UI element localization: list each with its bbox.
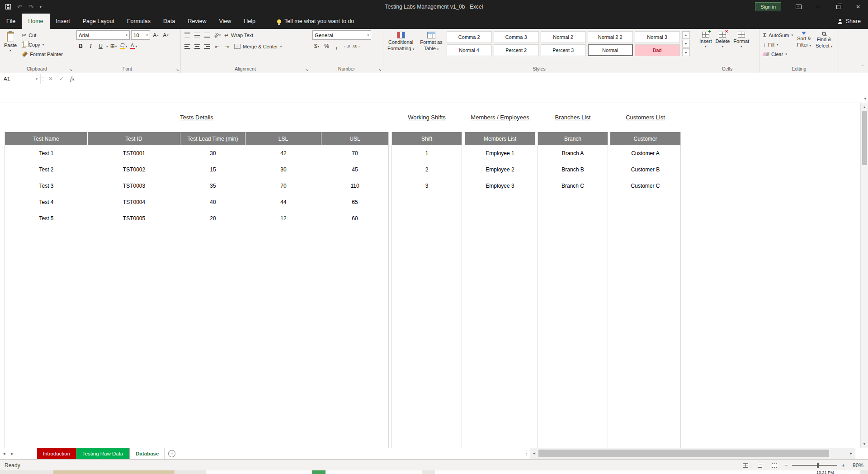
new-sheet-button[interactable]: +	[165, 448, 179, 459]
enter-button[interactable]: ✓	[56, 74, 67, 84]
accounting-format-button[interactable]: $▾	[312, 42, 321, 51]
sheet-tab-database[interactable]: Database	[129, 448, 165, 459]
cell[interactable]: Employee 3	[465, 178, 535, 194]
style-cell[interactable]: Percent 3	[541, 44, 586, 56]
scroll-down-icon[interactable]: ▼	[861, 440, 868, 448]
format-cells-button[interactable]: Format ▾	[731, 30, 751, 48]
cell[interactable]: Test 2	[5, 161, 88, 178]
clear-button[interactable]: Clear▾	[762, 49, 794, 59]
align-left-button[interactable]	[183, 42, 192, 51]
working-shifts-title[interactable]: Working Shifts	[392, 114, 462, 121]
style-cell-bad[interactable]: Bad	[635, 44, 680, 56]
column-header-cell[interactable]: USL	[321, 132, 388, 145]
sort-filter-button[interactable]: Sort & Filter ▾	[795, 30, 813, 59]
decrease-decimal-button[interactable]: .00→	[352, 42, 361, 51]
increase-decimal-button[interactable]: ←.0	[342, 42, 351, 51]
column-header-cell[interactable]: Test Name	[5, 132, 88, 145]
bottom-align-button[interactable]	[203, 31, 212, 40]
normal-view-button[interactable]	[740, 461, 751, 469]
style-cell[interactable]: Percent 2	[494, 44, 539, 56]
tab-data[interactable]: Data	[157, 14, 181, 29]
cell[interactable]: 15	[180, 161, 245, 178]
zoom-slider-thumb[interactable]	[817, 463, 819, 468]
insert-function-button[interactable]: fx	[67, 74, 78, 84]
tests-details-title[interactable]: Tests Details	[5, 114, 389, 121]
cell[interactable]: Employee 1	[465, 145, 535, 161]
merge-center-button[interactable]: ↔ Merge & Center ▾	[233, 42, 283, 51]
cell[interactable]: 30	[180, 145, 245, 161]
cell[interactable]: TST0003	[88, 178, 180, 194]
column-header-cell[interactable]: Members List	[465, 132, 535, 145]
cell[interactable]: Branch B	[538, 161, 608, 178]
tab-home[interactable]: Home	[22, 14, 49, 29]
tab-page-layout[interactable]: Page Layout	[76, 14, 121, 29]
cell[interactable]: Branch A	[538, 145, 608, 161]
horizontal-scrollbar-thumb[interactable]	[538, 450, 829, 457]
cell[interactable]: Test 3	[5, 178, 88, 194]
font-size-combo[interactable]: 10▾	[131, 30, 150, 40]
save-icon[interactable]	[5, 4, 11, 9]
undo-icon[interactable]: ↶	[17, 4, 22, 10]
style-cell[interactable]: Normal 2	[541, 31, 586, 43]
cell[interactable]: 70	[321, 145, 388, 161]
vertical-scrollbar-thumb[interactable]	[862, 111, 867, 165]
sheet-tab-testing-raw-data[interactable]: Testing Raw Data	[76, 448, 129, 459]
paste-button[interactable]: Paste ▾	[2, 30, 19, 59]
style-cell[interactable]: Normal 3	[635, 31, 680, 43]
scroll-up-icon[interactable]: ▲	[861, 103, 868, 111]
align-right-button[interactable]	[203, 42, 212, 51]
alignment-dialog-launcher-icon[interactable]: ↘	[305, 68, 308, 72]
autosum-button[interactable]: Σ AutoSum▾	[762, 30, 794, 40]
clipboard-dialog-launcher-icon[interactable]: ↘	[69, 68, 72, 72]
format-as-table-button[interactable]: Format as Table ▾	[418, 30, 444, 51]
delete-cells-button[interactable]: × Delete ▾	[714, 30, 732, 48]
increase-indent-button[interactable]: ⇥	[223, 42, 231, 51]
cell[interactable]: Branch C	[538, 178, 608, 194]
tab-formulas[interactable]: Formulas	[121, 14, 157, 29]
cell[interactable]: Employee 2	[465, 161, 535, 178]
cell[interactable]: Test 4	[5, 194, 88, 210]
zoom-level[interactable]: 90%	[849, 462, 863, 469]
insert-cells-button[interactable]: + Insert ▾	[698, 30, 714, 48]
underline-dropdown-icon[interactable]: ▾	[106, 45, 108, 48]
members-employees-title[interactable]: Members / Employees	[465, 114, 535, 121]
cell[interactable]: 60	[321, 210, 388, 227]
name-box[interactable]: A1 ▾	[1, 74, 41, 84]
align-center-button[interactable]	[193, 42, 202, 51]
middle-align-button[interactable]	[193, 31, 202, 40]
top-align-button[interactable]	[183, 31, 192, 40]
cell[interactable]: Test 1	[5, 145, 88, 161]
customers-list-title[interactable]: Customers List	[610, 114, 681, 121]
font-dialog-launcher-icon[interactable]: ↘	[175, 68, 179, 72]
fill-button[interactable]: ↓ Fill▾	[762, 40, 794, 49]
cell[interactable]: Customer A	[610, 145, 680, 161]
sign-in-button[interactable]: Sign in	[755, 2, 781, 11]
cell[interactable]: 70	[245, 178, 321, 194]
increase-font-size-button[interactable]: A▴	[151, 31, 160, 40]
zoom-out-button[interactable]: −	[783, 462, 789, 469]
sheet-nav-left-icon[interactable]: ◄	[0, 448, 8, 459]
branches-list-title[interactable]: Branches List	[538, 114, 608, 121]
style-cell-normal-selected[interactable]: Normal	[588, 44, 633, 56]
column-header-cell[interactable]: Shift	[392, 132, 462, 145]
tab-review[interactable]: Review	[181, 14, 212, 29]
restore-button[interactable]	[828, 0, 848, 14]
copy-button[interactable]: Copy ▾	[20, 40, 64, 49]
gallery-more-icon[interactable]: ▼	[682, 48, 690, 56]
cell[interactable]: TST0005	[88, 210, 180, 227]
zoom-in-button[interactable]: +	[840, 462, 846, 469]
cell[interactable]: Test 5	[5, 210, 88, 227]
cell[interactable]: TST0002	[88, 161, 180, 178]
style-cell[interactable]: Comma 2	[447, 31, 492, 43]
font-name-combo[interactable]: Arial▾	[76, 30, 130, 40]
number-dialog-launcher-icon[interactable]: ↘	[378, 68, 382, 72]
style-cell[interactable]: Normal 2 2	[588, 31, 633, 43]
scroll-left-icon[interactable]: ◄	[530, 448, 538, 459]
cell[interactable]: 42	[245, 145, 321, 161]
comma-style-button[interactable]: ,	[332, 42, 341, 51]
percent-style-button[interactable]: %	[322, 42, 331, 51]
tell-me-search[interactable]: Tell me what you want to do	[277, 14, 354, 29]
column-header-cell[interactable]: Customer	[610, 132, 680, 145]
minimize-button[interactable]	[808, 0, 828, 14]
format-painter-button[interactable]: Format Painter	[20, 49, 64, 59]
